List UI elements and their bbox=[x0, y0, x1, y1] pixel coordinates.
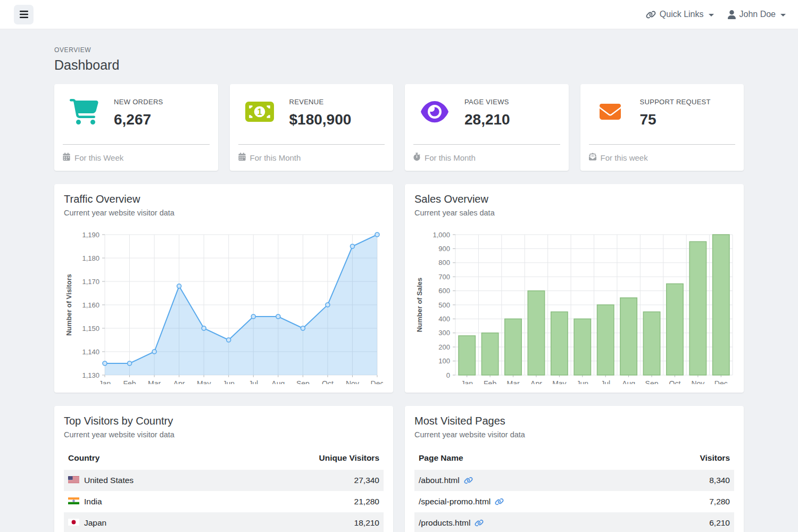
us-flag-icon bbox=[68, 476, 79, 485]
svg-text:Feb: Feb bbox=[484, 379, 496, 384]
svg-text:Aug: Aug bbox=[271, 379, 285, 384]
svg-text:Apr: Apr bbox=[173, 379, 185, 384]
svg-text:Nov: Nov bbox=[691, 379, 704, 384]
country-name: United States bbox=[84, 476, 134, 485]
svg-text:1,160: 1,160 bbox=[82, 301, 99, 309]
table-subtitle: Current year website visitor data bbox=[64, 430, 384, 439]
table-row: Japan 18,210 bbox=[64, 512, 384, 532]
stat-footer-text: For this Week bbox=[74, 153, 123, 162]
external-link-icon[interactable] bbox=[495, 498, 504, 505]
svg-text:0: 0 bbox=[446, 371, 450, 379]
svg-text:Jun: Jun bbox=[577, 379, 589, 384]
traffic-overview-card: Traffic Overview Current year website vi… bbox=[54, 184, 393, 393]
svg-text:Jul: Jul bbox=[248, 379, 258, 384]
stat-footer-text: For this Month bbox=[425, 153, 476, 162]
page-title: Dashboard bbox=[54, 57, 744, 73]
svg-text:600: 600 bbox=[438, 287, 450, 295]
stat-label: NEW ORDERS bbox=[114, 98, 163, 106]
table-row: India 21,280 bbox=[64, 491, 384, 512]
svg-text:Mar: Mar bbox=[148, 379, 161, 384]
quick-links-label: Quick Links bbox=[660, 10, 704, 19]
envelope-open-text-icon bbox=[589, 153, 596, 162]
svg-text:Oct: Oct bbox=[322, 379, 334, 384]
svg-text:Sep: Sep bbox=[296, 379, 310, 384]
chart-subtitle: Current year sales data bbox=[414, 209, 734, 217]
visitor-count: 7,280 bbox=[641, 491, 734, 512]
visitor-count: 6,210 bbox=[641, 512, 734, 532]
hamburger-menu-button[interactable] bbox=[14, 5, 34, 24]
table-subtitle: Current year website visitor data bbox=[414, 430, 734, 439]
stat-value: 28,210 bbox=[464, 111, 510, 128]
stat-card-page-views: PAGE VIEWS 28,210 For this Month bbox=[405, 84, 569, 171]
stat-footer-text: For this Month bbox=[250, 153, 301, 162]
svg-text:300: 300 bbox=[438, 329, 450, 337]
external-link-icon[interactable] bbox=[475, 519, 484, 527]
svg-text:Number of Visitors: Number of Visitors bbox=[65, 274, 73, 336]
top-navbar: Quick Links John Doe bbox=[0, 0, 798, 29]
column-header-page-name: Page Name bbox=[414, 448, 641, 470]
visitor-count: 8,340 bbox=[641, 470, 734, 491]
most-visited-pages-card: Most Visited Pages Current year website … bbox=[405, 406, 744, 532]
svg-text:Dec: Dec bbox=[371, 379, 383, 384]
stat-label: SUPPORT REQUEST bbox=[640, 98, 711, 106]
svg-text:Jun: Jun bbox=[222, 379, 235, 384]
user-icon bbox=[728, 10, 736, 19]
visitor-count: 18,210 bbox=[229, 512, 384, 532]
stat-cards-row: NEW ORDERS 6,267 For this Week bbox=[54, 84, 744, 171]
stat-footer-text: For this week bbox=[601, 153, 648, 162]
stat-value: 75 bbox=[640, 111, 711, 128]
calendar-icon bbox=[238, 153, 246, 162]
visitor-count: 21,280 bbox=[229, 491, 384, 512]
external-link-icon[interactable] bbox=[464, 477, 473, 484]
user-name: John Doe bbox=[739, 10, 776, 19]
stopwatch-icon bbox=[413, 153, 420, 162]
svg-text:Dec: Dec bbox=[714, 379, 728, 384]
svg-text:100: 100 bbox=[438, 357, 450, 365]
svg-text:Number of Sales: Number of Sales bbox=[415, 278, 423, 332]
svg-text:1,170: 1,170 bbox=[82, 278, 99, 286]
page-name: /products.html bbox=[419, 518, 470, 528]
svg-text:200: 200 bbox=[438, 343, 450, 351]
svg-text:400: 400 bbox=[438, 315, 450, 323]
svg-text:900: 900 bbox=[438, 245, 450, 253]
chart-title: Sales Overview bbox=[414, 193, 734, 205]
shopping-cart-icon bbox=[69, 98, 99, 126]
japan-flag-icon bbox=[68, 518, 79, 528]
table-title: Most Visited Pages bbox=[414, 415, 734, 427]
chart-subtitle: Current year website visitor data bbox=[64, 209, 384, 217]
svg-text:Feb: Feb bbox=[123, 379, 136, 384]
envelope-icon bbox=[595, 98, 625, 126]
svg-text:Sep: Sep bbox=[645, 379, 659, 384]
dashboard-content: OVERVIEW Dashboard NEW ORDERS 6,267 For … bbox=[54, 29, 744, 532]
stat-label: REVENUE bbox=[289, 98, 352, 106]
svg-text:800: 800 bbox=[438, 259, 450, 267]
stat-card-support-request: SUPPORT REQUEST 75 For this week bbox=[580, 84, 744, 171]
table-row: /products.html 6,210 bbox=[414, 512, 734, 532]
svg-text:700: 700 bbox=[438, 273, 450, 281]
stat-value: $180,900 bbox=[289, 111, 352, 128]
column-header-visitors: Visitors bbox=[641, 448, 734, 470]
svg-text:1,130: 1,130 bbox=[82, 371, 99, 379]
top-visitors-card: Top Visitors by Country Current year web… bbox=[54, 406, 393, 532]
svg-text:1,190: 1,190 bbox=[82, 231, 99, 239]
user-menu[interactable]: John Doe bbox=[728, 10, 786, 19]
visitor-count: 27,340 bbox=[229, 470, 384, 491]
quick-links-menu[interactable]: Quick Links bbox=[646, 10, 714, 19]
table-row: /about.html 8,340 bbox=[414, 470, 734, 491]
svg-text:Jul: Jul bbox=[601, 379, 610, 384]
stat-value: 6,267 bbox=[114, 111, 163, 128]
svg-text:Mar: Mar bbox=[506, 379, 519, 384]
eye-icon bbox=[420, 98, 450, 126]
svg-text:May: May bbox=[552, 379, 566, 384]
page-name: /special-promo.html bbox=[419, 497, 491, 506]
svg-text:1: 1 bbox=[257, 107, 262, 117]
link-icon bbox=[646, 10, 656, 19]
chevron-down-icon bbox=[709, 14, 714, 16]
tables-row: Top Visitors by Country Current year web… bbox=[54, 406, 744, 532]
chevron-down-icon bbox=[780, 14, 786, 16]
chart-title: Traffic Overview bbox=[64, 193, 384, 205]
svg-text:Jan: Jan bbox=[461, 379, 473, 384]
svg-text:Jan: Jan bbox=[99, 379, 111, 384]
calendar-icon bbox=[63, 153, 70, 162]
table-row: /special-promo.html 7,280 bbox=[414, 491, 734, 512]
